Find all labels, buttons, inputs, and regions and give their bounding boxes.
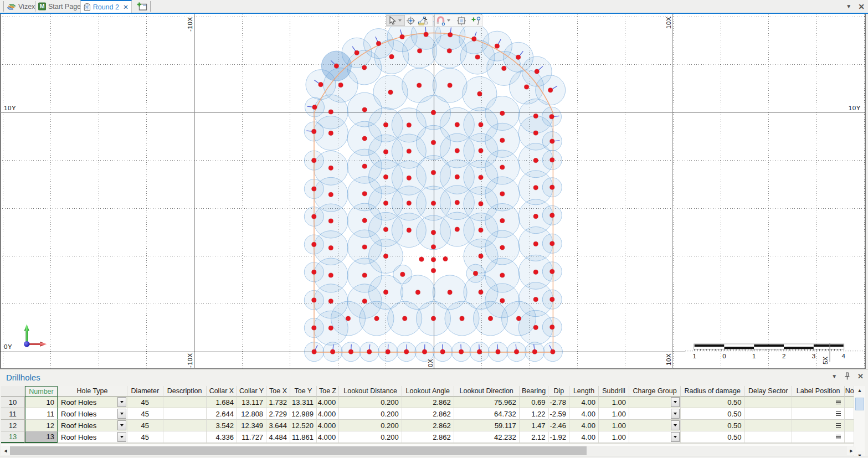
- grid-cell[interactable]: 11: [25, 408, 58, 420]
- drillhole-dot[interactable]: [533, 270, 538, 274]
- combo-dropdown-icon[interactable]: [117, 397, 126, 407]
- panel-dropdown-icon[interactable]: ▼: [831, 373, 837, 379]
- grid-cell[interactable]: 0.50: [681, 420, 745, 431]
- grid-cell[interactable]: 12.349: [237, 420, 266, 431]
- grid-cell[interactable]: 4.336: [207, 431, 237, 443]
- tab-vizex[interactable]: Vizex: [4, 0, 38, 13]
- drillhole-dot[interactable]: [448, 290, 452, 295]
- drillhole-dot[interactable]: [549, 115, 554, 119]
- grid-cell[interactable]: [745, 397, 792, 408]
- combo-dropdown-icon[interactable]: [117, 420, 126, 430]
- drillhole-dot[interactable]: [548, 88, 553, 92]
- drillhole-dot[interactable]: [424, 32, 428, 37]
- select-tool-button[interactable]: [387, 15, 405, 26]
- drillhole-dot[interactable]: [448, 83, 452, 88]
- grid-cell[interactable]: 42.232: [454, 431, 520, 443]
- drillhole-dot[interactable]: [479, 228, 483, 232]
- drillhole-dot[interactable]: [334, 64, 338, 68]
- drillhole-dot[interactable]: [407, 149, 411, 153]
- grid-cell[interactable]: [792, 431, 845, 443]
- drillhole-dot[interactable]: [533, 158, 538, 163]
- drillhole-dot[interactable]: [328, 166, 333, 170]
- drillhole-dot[interactable]: [312, 298, 316, 302]
- drillhole-dot[interactable]: [448, 33, 453, 37]
- grid-cell[interactable]: 4.00: [569, 408, 599, 420]
- drillhole-dot[interactable]: [431, 258, 435, 262]
- drillhole-dot[interactable]: [312, 187, 316, 191]
- grid-cell[interactable]: 4.00: [569, 420, 599, 431]
- drillhole-dot[interactable]: [328, 273, 333, 277]
- tab-list-dropdown-icon[interactable]: ▼: [846, 3, 851, 9]
- drillhole-dot[interactable]: [328, 299, 333, 303]
- column-header-toe-y[interactable]: Toe Y: [290, 386, 317, 397]
- drillhole-dot[interactable]: [496, 349, 500, 354]
- label-position-icon[interactable]: [836, 435, 841, 439]
- grid-cell[interactable]: 4.000: [317, 431, 339, 443]
- column-header-radius-of-damage[interactable]: Radius of damage: [681, 386, 745, 397]
- grid-cell[interactable]: Roof Holes: [58, 420, 127, 431]
- drillhole-dot[interactable]: [431, 171, 435, 175]
- drillhole-dot[interactable]: [312, 270, 316, 274]
- drillhole-dot[interactable]: [419, 257, 424, 261]
- drillhole-dot[interactable]: [472, 37, 476, 41]
- hscroll-thumb[interactable]: [10, 446, 587, 455]
- drillhole-dot[interactable]: [479, 148, 483, 153]
- combo-dropdown-icon[interactable]: [671, 420, 680, 430]
- drillhole-dot[interactable]: [533, 186, 538, 190]
- grid-cell[interactable]: [163, 397, 207, 408]
- drillhole-dot[interactable]: [388, 90, 393, 94]
- drillhole-dot[interactable]: [550, 139, 554, 143]
- grid-cell[interactable]: [745, 431, 792, 443]
- grid-cell[interactable]: 2.12: [520, 431, 549, 443]
- grid-cell[interactable]: 4.000: [317, 397, 339, 408]
- drillhole-dot[interactable]: [418, 49, 422, 53]
- drillhole-dot[interactable]: [417, 83, 422, 88]
- drillhole-dot[interactable]: [312, 242, 316, 246]
- measure-tool-button[interactable]: [417, 15, 429, 26]
- grid-cell[interactable]: 4.484: [266, 431, 290, 443]
- column-header-collar-x[interactable]: Collar X: [207, 386, 237, 397]
- drillhole-dot[interactable]: [376, 42, 381, 46]
- drillhole-dot[interactable]: [312, 105, 317, 109]
- grid-cell[interactable]: 1.684: [207, 397, 237, 408]
- label-position-icon[interactable]: [836, 400, 841, 404]
- row-header[interactable]: 10: [1, 397, 25, 408]
- tab-start-page[interactable]: M Start Page: [35, 0, 84, 13]
- grid-cell[interactable]: [629, 431, 681, 443]
- column-header-label-position[interactable]: Label Position: [792, 386, 845, 397]
- grid-cell[interactable]: Roof Holes: [58, 431, 127, 443]
- tab-close-icon[interactable]: ✕: [123, 3, 129, 11]
- grid-cell[interactable]: 1.00: [599, 420, 629, 431]
- drillhole-dot[interactable]: [362, 273, 367, 277]
- grid-cell[interactable]: [163, 420, 207, 431]
- drillhole-dot[interactable]: [479, 254, 483, 258]
- grid-cell[interactable]: 13.117: [237, 397, 266, 408]
- drillhole-dot[interactable]: [455, 174, 459, 179]
- drillhole-dot[interactable]: [407, 228, 411, 233]
- drillhole-dot[interactable]: [431, 201, 435, 205]
- grid-cell[interactable]: 1.00: [599, 397, 629, 408]
- grid-cell[interactable]: [745, 420, 792, 431]
- grid-cell[interactable]: Roof Holes: [58, 408, 127, 420]
- drillhole-dot[interactable]: [312, 326, 316, 330]
- grid-cell[interactable]: 2.862: [402, 397, 454, 408]
- column-header-toe-x[interactable]: Toe X: [266, 386, 290, 397]
- drillhole-dot[interactable]: [362, 65, 367, 70]
- grid-cell[interactable]: 3.644: [266, 420, 290, 431]
- combo-dropdown-icon[interactable]: [117, 432, 126, 442]
- drillhole-dot[interactable]: [431, 140, 435, 145]
- drillhole-dot[interactable]: [400, 34, 404, 39]
- drillhole-dot[interactable]: [550, 297, 554, 302]
- drillhole-dot[interactable]: [362, 245, 367, 249]
- column-header-hole-type[interactable]: Hole Type: [58, 386, 127, 397]
- grid-cell[interactable]: 4.00: [569, 431, 599, 443]
- grid-cell[interactable]: 0.69: [520, 397, 549, 408]
- combo-dropdown-icon[interactable]: [671, 409, 680, 419]
- vscroll-thumb[interactable]: [855, 398, 864, 410]
- drillhole-dot[interactable]: [374, 316, 379, 321]
- drillhole-dot[interactable]: [362, 218, 367, 223]
- drillhole-dot[interactable]: [407, 176, 411, 180]
- grid-cell[interactable]: Roof Holes: [58, 397, 127, 408]
- column-header-bearing[interactable]: Bearing: [520, 386, 549, 397]
- drillhole-dot[interactable]: [383, 201, 388, 205]
